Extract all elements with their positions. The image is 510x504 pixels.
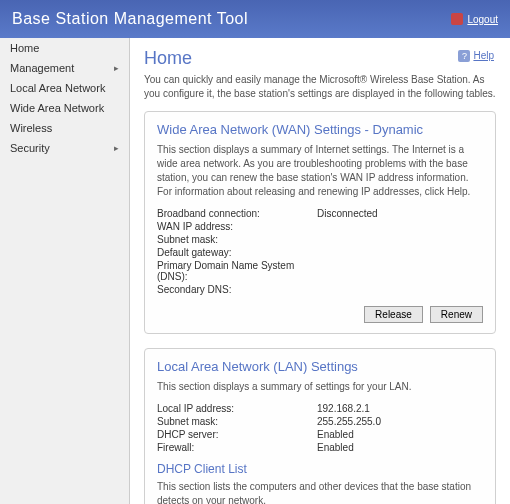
sidebar-item-management[interactable]: Management▸ bbox=[0, 58, 129, 78]
logout-icon bbox=[451, 13, 463, 25]
kv-label: Secondary DNS: bbox=[157, 284, 317, 295]
kv-row: Subnet mask:255.255.255.0 bbox=[157, 415, 483, 428]
wan-rows: Broadband connection:DisconnectedWAN IP … bbox=[157, 207, 483, 296]
wan-title: Wide Area Network (WAN) Settings - Dynam… bbox=[157, 122, 483, 137]
sidebar-item-lan[interactable]: Local Area Network bbox=[0, 78, 129, 98]
kv-row: Local IP address:192.168.2.1 bbox=[157, 402, 483, 415]
kv-value bbox=[317, 221, 483, 232]
kv-value: Disconnected bbox=[317, 208, 483, 219]
chevron-right-icon: ▸ bbox=[114, 143, 119, 153]
kv-label: DHCP server: bbox=[157, 429, 317, 440]
kv-value: 255.255.255.0 bbox=[317, 416, 483, 427]
logout-link[interactable]: Logout bbox=[451, 13, 498, 25]
header-bar: Base Station Management Tool Logout bbox=[0, 0, 510, 38]
chevron-right-icon: ▸ bbox=[114, 63, 119, 73]
kv-row: Default gateway: bbox=[157, 246, 483, 259]
kv-label: Subnet mask: bbox=[157, 234, 317, 245]
renew-button[interactable]: Renew bbox=[430, 306, 483, 323]
sidebar-item-wireless[interactable]: Wireless bbox=[0, 118, 129, 138]
kv-value bbox=[317, 247, 483, 258]
lan-card: Local Area Network (LAN) Settings This s… bbox=[144, 348, 496, 504]
sidebar: Home Management▸ Local Area Network Wide… bbox=[0, 38, 130, 504]
kv-value: Enabled bbox=[317, 442, 483, 453]
lan-rows: Local IP address:192.168.2.1Subnet mask:… bbox=[157, 402, 483, 454]
kv-label: Primary Domain Name System (DNS): bbox=[157, 260, 317, 282]
kv-row: WAN IP address: bbox=[157, 220, 483, 233]
kv-row: DHCP server:Enabled bbox=[157, 428, 483, 441]
kv-label: Broadband connection: bbox=[157, 208, 317, 219]
kv-label: Default gateway: bbox=[157, 247, 317, 258]
lan-title: Local Area Network (LAN) Settings bbox=[157, 359, 483, 374]
page-title: Home bbox=[144, 48, 496, 69]
page-intro: You can quickly and easily manage the Mi… bbox=[144, 73, 496, 101]
release-button[interactable]: Release bbox=[364, 306, 423, 323]
sidebar-item-home[interactable]: Home bbox=[0, 38, 129, 58]
kv-label: Local IP address: bbox=[157, 403, 317, 414]
kv-value: Enabled bbox=[317, 429, 483, 440]
wan-card: Wide Area Network (WAN) Settings - Dynam… bbox=[144, 111, 496, 334]
logout-label: Logout bbox=[467, 14, 498, 25]
kv-value bbox=[317, 234, 483, 245]
dhcp-desc: This section lists the computers and oth… bbox=[157, 480, 483, 504]
kv-row: Primary Domain Name System (DNS): bbox=[157, 259, 483, 283]
dhcp-title: DHCP Client List bbox=[157, 462, 483, 476]
kv-value: 192.168.2.1 bbox=[317, 403, 483, 414]
kv-value bbox=[317, 284, 483, 295]
help-link[interactable]: Help bbox=[458, 50, 494, 62]
kv-value bbox=[317, 260, 483, 282]
main-content: Help Home You can quickly and easily man… bbox=[130, 38, 510, 504]
kv-row: Subnet mask: bbox=[157, 233, 483, 246]
kv-row: Secondary DNS: bbox=[157, 283, 483, 296]
kv-row: Broadband connection:Disconnected bbox=[157, 207, 483, 220]
kv-label: Subnet mask: bbox=[157, 416, 317, 427]
lan-desc: This section displays a summary of setti… bbox=[157, 380, 483, 394]
sidebar-item-security[interactable]: Security▸ bbox=[0, 138, 129, 158]
kv-label: Firewall: bbox=[157, 442, 317, 453]
app-title: Base Station Management Tool bbox=[12, 10, 248, 28]
kv-label: WAN IP address: bbox=[157, 221, 317, 232]
kv-row: Firewall:Enabled bbox=[157, 441, 483, 454]
wan-desc: This section displays a summary of Inter… bbox=[157, 143, 483, 199]
sidebar-item-wan[interactable]: Wide Area Network bbox=[0, 98, 129, 118]
